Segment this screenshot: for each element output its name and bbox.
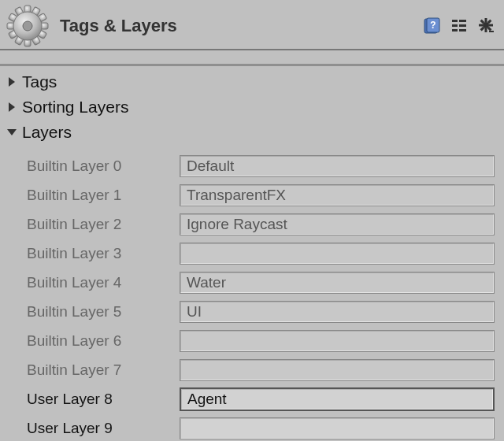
layer-name-input[interactable] <box>180 417 495 439</box>
builtin-layer-label: Builtin Layer 3 <box>25 245 180 262</box>
section-tags[interactable]: Tags <box>3 69 501 94</box>
layer-name-field <box>180 243 495 265</box>
layer-row: Builtin Layer 5UI <box>25 297 495 326</box>
svg-point-23 <box>483 22 489 28</box>
layer-name-field: Default <box>180 155 495 177</box>
layer-row: User Layer 9 <box>25 413 495 441</box>
svg-rect-27 <box>489 24 493 27</box>
layer-row: Builtin Layer 7 <box>25 355 495 384</box>
builtin-layer-label: Builtin Layer 1 <box>25 187 180 204</box>
layer-name-field <box>180 330 495 352</box>
svg-rect-24 <box>485 18 487 22</box>
builtin-layer-label: Builtin Layer 2 <box>25 216 180 233</box>
header: Tags & Layers ? <box>0 0 504 49</box>
layer-name-input[interactable]: Agent <box>180 387 495 411</box>
builtin-layer-label: Builtin Layer 6 <box>25 332 180 350</box>
svg-marker-35 <box>7 129 17 135</box>
svg-rect-32 <box>489 31 494 32</box>
layer-row: Builtin Layer 4Water <box>25 268 495 297</box>
svg-marker-34 <box>9 102 15 112</box>
svg-rect-19 <box>452 24 458 27</box>
layer-name-field: Water <box>180 272 495 294</box>
builtin-layer-label: Builtin Layer 5 <box>25 303 180 321</box>
layer-name-field <box>180 359 495 381</box>
layer-name-field: Ignore Raycast <box>180 213 495 235</box>
layers-list: Builtin Layer 0DefaultBuiltin Layer 1Tra… <box>3 145 501 441</box>
header-separator <box>0 49 504 50</box>
layer-name-field: UI <box>180 301 495 323</box>
section-layers[interactable]: Layers <box>3 120 501 145</box>
builtin-layer-label: Builtin Layer 0 <box>25 158 180 175</box>
foldout-down-icon <box>6 127 17 138</box>
section-label: Tags <box>22 72 57 91</box>
foldout-right-icon <box>6 76 17 87</box>
gear-icon[interactable] <box>477 17 495 35</box>
inspector-window: Tags & Layers ? <box>0 0 504 441</box>
svg-rect-17 <box>452 20 458 22</box>
settings-gear-icon <box>6 5 49 47</box>
layer-row: Builtin Layer 6 <box>25 326 495 355</box>
svg-rect-20 <box>459 24 466 27</box>
layer-name-field: TransparentFX <box>180 184 495 206</box>
svg-rect-21 <box>452 29 458 32</box>
section-sorting-layers[interactable]: Sorting Layers <box>3 94 501 120</box>
header-toolbar: ? <box>424 17 498 35</box>
svg-rect-26 <box>479 24 483 27</box>
svg-rect-18 <box>459 20 466 22</box>
layer-row: Builtin Layer 2Ignore Raycast <box>25 209 495 239</box>
svg-marker-33 <box>9 77 15 87</box>
builtin-layer-label: Builtin Layer 4 <box>25 274 180 291</box>
section-label: Layers <box>22 123 72 142</box>
svg-text:?: ? <box>430 20 435 31</box>
section-label: Sorting Layers <box>22 98 128 117</box>
svg-point-13 <box>23 21 32 31</box>
page-title: Tags & Layers <box>60 16 413 36</box>
layer-row: User Layer 8Agent <box>25 384 495 413</box>
layer-row: Builtin Layer 3 <box>25 239 495 268</box>
preset-icon[interactable] <box>450 17 468 35</box>
user-layer-label: User Layer 8 <box>25 391 180 408</box>
user-layer-label: User Layer 9 <box>25 420 180 437</box>
svg-rect-25 <box>485 28 487 32</box>
foldout-right-icon <box>6 102 17 113</box>
panel: Tags Sorting Layers Layers Builtin Layer… <box>0 65 504 441</box>
layer-row: Builtin Layer 1TransparentFX <box>25 180 495 209</box>
svg-rect-22 <box>459 29 466 32</box>
layer-row: Builtin Layer 0Default <box>25 151 495 180</box>
help-icon[interactable]: ? <box>424 17 441 35</box>
builtin-layer-label: Builtin Layer 7 <box>25 361 180 379</box>
